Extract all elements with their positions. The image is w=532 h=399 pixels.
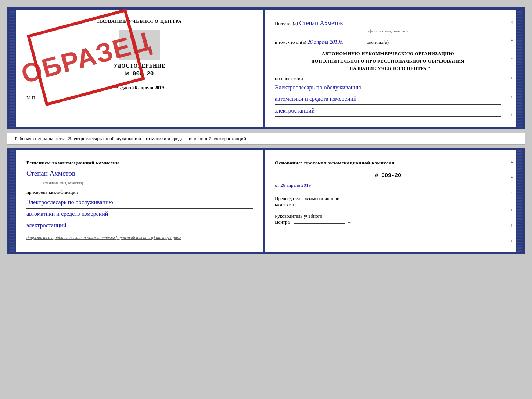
issued-date: 26 апреля 2019 — [132, 85, 164, 90]
org-block: АВТОНОМНУЮ НЕКОММЕРЧЕСКУЮ ОРГАНИЗАЦИЮ ДО… — [275, 50, 501, 72]
spine-left-bottom — [10, 150, 16, 252]
chairman-line1: Председатель экзаменационной — [275, 196, 339, 201]
side-mark-1: и — [510, 21, 514, 24]
admits-prefix: допускается к — [26, 235, 53, 240]
cert-title: НАЗВАНИЕ УЧЕБНОГО ЦЕНТРА — [26, 18, 253, 24]
admits-main: работе согласно должностным (производств… — [54, 235, 181, 240]
document-bottom: Решением экзаменационной комиссии Степан… — [7, 148, 525, 254]
bsm-1: и — [510, 161, 514, 163]
org-line3: " НАЗВАНИЕ УЧЕБНОГО ЦЕНТРА " — [345, 66, 431, 71]
photo-placeholder — [119, 30, 160, 60]
finished-label: окончил(а) — [367, 39, 389, 45]
head-block: Руководитель учебного Центра – — [275, 213, 501, 225]
middle-text: Рабочая специальность - Электрослесарь п… — [7, 133, 525, 145]
org-line2: ДОПОЛНИТЕЛЬНОГО ПРОФЕССИОНАЛЬНОГО ОБРАЗО… — [312, 58, 465, 64]
document-top: НАЗВАНИЕ УЧЕБНОГО ЦЕНТРА УДОСТОВЕРЕНИЕ №… — [7, 7, 525, 129]
vtom-label: в том, что он(а) — [275, 39, 306, 45]
bottom-left-page: Решением экзаменационной комиссии Степан… — [16, 150, 265, 252]
spine-right-bottom — [516, 150, 522, 252]
bsm-4: – — [510, 209, 514, 211]
chairman-block: Председатель экзаменационной комиссии – — [275, 196, 501, 207]
head-line1: Руководитель учебного — [275, 213, 322, 219]
profession-line3: электростанций — [275, 106, 501, 117]
page-wrapper: НАЗВАНИЕ УЧЕБНОГО ЦЕНТРА УДОСТОВЕРЕНИЕ №… — [7, 7, 525, 254]
bsm-2: а — [510, 176, 514, 178]
profession-label: по профессии — [275, 76, 501, 82]
basis-title: Основание: протокол экзаменационной коми… — [275, 159, 501, 167]
commission-title: Решением экзаменационной комиссии — [26, 159, 253, 167]
protocol-number: № 009-20 — [275, 172, 501, 179]
top-right-page: Получил(а) Степан Ахметов – (фамилия, им… — [265, 10, 516, 127]
vtom-date: 26 апреля 2019г. — [308, 38, 363, 46]
profession-line1: Электрослесарь по обслуживанию — [275, 82, 501, 93]
admits-text: допускается к работе согласно должностны… — [26, 235, 253, 241]
spine-right — [516, 10, 522, 127]
side-mark-6: – — [510, 114, 514, 116]
received-field: Получил(а) Степан Ахметов – (фамилия, им… — [275, 18, 501, 34]
chairman-sig-line — [298, 206, 350, 206]
head-sig-line — [294, 223, 345, 224]
org-line1: АВТОНОМНУЮ НЕКОММЕРЧЕСКУЮ ОРГАНИЗАЦИЮ — [322, 51, 454, 56]
dash-right: – — [319, 182, 322, 188]
vtom-field: в том, что он(а) 26 апреля 2019г. окончи… — [275, 38, 501, 46]
fio-sublabel: (фамилия, имя, отчество) — [275, 28, 501, 34]
qual-line1: Электрослесарь по обслуживанию — [26, 197, 253, 208]
head-line2: Центра — [275, 219, 290, 225]
side-mark-3: ← — [510, 57, 514, 61]
date-prefix: от — [275, 182, 279, 188]
dash-head: – — [348, 219, 351, 225]
dash-chairman: – — [352, 202, 355, 207]
cert-number: № 009-20 — [26, 71, 253, 77]
protocol-date: от 26 апреля 2019 – — [275, 182, 501, 188]
bottom-right-page: Основание: протокол экзаменационной коми… — [265, 150, 516, 252]
mp-line: М.П. — [26, 95, 253, 101]
received-label: Получил(а) — [275, 21, 298, 26]
bsm-5: – — [510, 224, 514, 227]
side-marks-top-right: и а ← – – – — [508, 10, 516, 127]
qualification-label: присвоена квалификация — [26, 189, 253, 195]
chairman-line2: комиссии — [275, 202, 294, 207]
top-left-page: НАЗВАНИЕ УЧЕБНОГО ЦЕНТРА УДОСТОВЕРЕНИЕ №… — [16, 10, 265, 127]
received-name: Степан Ахметов — [299, 18, 373, 28]
side-mark-2: а — [510, 39, 514, 41]
cert-issued: Выдано 26 апреля 2019 — [26, 85, 253, 90]
side-mark-5: – — [510, 96, 514, 98]
profession-line2: автоматики и средств измерений — [275, 94, 501, 105]
cert-type: УДОСТОВЕРЕНИЕ — [26, 63, 253, 69]
side-marks-bottom-right: и а ← – – – — [508, 150, 516, 252]
issued-label: Выдано — [115, 85, 131, 90]
person-name: Степан Ахметов — [26, 170, 253, 178]
fio-label-bottom: (фамилия, имя, отчество) — [26, 181, 100, 185]
qual-line3: электростанций — [26, 220, 253, 231]
bsm-6: – — [510, 240, 514, 242]
protocol-date-value: 26 апреля 2019 — [280, 182, 311, 188]
spine-left — [10, 10, 16, 127]
bsm-3: ← — [510, 192, 514, 196]
side-mark-4: – — [510, 77, 514, 79]
qual-line2: автоматики и средств измерений — [26, 209, 253, 220]
